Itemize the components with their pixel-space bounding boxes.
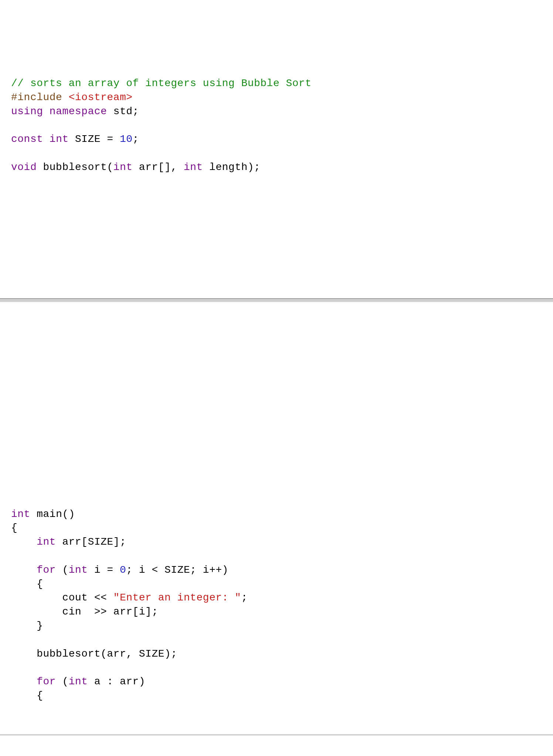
pane-divider[interactable]: [0, 298, 553, 303]
code-ident: std;: [113, 106, 139, 117]
code-type: int: [113, 161, 139, 173]
code-stmt: bubblesort(arr, SIZE);: [11, 648, 177, 660]
code-type: int: [69, 564, 94, 576]
code-pane-bottom[interactable]: int main() { int arr[SIZE]; for (int i =…: [0, 331, 553, 706]
code-ident: SIZE =: [75, 133, 120, 145]
code-stmt: cout <<: [11, 592, 113, 603]
code-ident: main(): [37, 508, 75, 520]
code-ident: arr[SIZE];: [62, 536, 126, 548]
code-ident: bubblesort(: [43, 161, 113, 173]
code-include: <iostream>: [69, 92, 133, 103]
code-punct: (: [62, 564, 68, 576]
code-punct: ;: [133, 133, 139, 145]
code-punct: (: [62, 676, 68, 687]
code-brace: {: [11, 522, 17, 534]
code-expr: a : arr): [94, 676, 145, 687]
code-brace: {: [11, 578, 43, 590]
bottom-border: [0, 734, 553, 736]
code-brace: }: [11, 620, 43, 631]
code-number: 0: [120, 564, 126, 576]
code-expr: ; i < SIZE; i++): [126, 564, 228, 576]
code-brace: {: [11, 690, 43, 701]
code-stmt: cin >> arr[i];: [11, 606, 158, 617]
code-number: 10: [120, 133, 133, 145]
code-ident: length);: [209, 161, 260, 173]
code-type: int: [69, 676, 94, 687]
code-type: int: [11, 536, 62, 548]
code-expr: i =: [94, 564, 120, 576]
code-type: int: [184, 161, 209, 173]
code-keyword: const: [11, 133, 50, 145]
code-type: int: [50, 133, 75, 145]
code-punct: ;: [241, 592, 248, 603]
code-comment: // sorts an array of integers using Bubb…: [11, 78, 311, 89]
code-type: void: [11, 161, 43, 173]
code-pane-top[interactable]: // sorts an array of integers using Bubb…: [0, 56, 553, 270]
code-type: int: [11, 508, 37, 520]
code-preproc: #include: [11, 92, 69, 103]
code-string: "Enter an integer: ": [113, 592, 241, 603]
code-keyword: for: [11, 564, 62, 576]
code-keyword: using: [11, 106, 50, 117]
code-ident: arr[],: [139, 161, 184, 173]
code-keyword: for: [11, 676, 62, 687]
code-keyword: namespace: [50, 106, 113, 117]
